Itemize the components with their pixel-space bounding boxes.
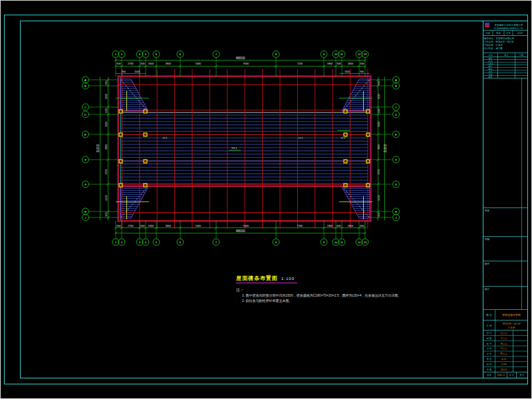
svg-text:建设单位：某某物流有限公司: 建设单位：某某物流有限公司 [483,37,515,40]
svg-text:7: 7 [215,241,217,244]
axis-bubble-top-11: 11 [338,51,345,58]
svg-text:13: 13 [364,53,367,56]
svg-text:9000: 9000 [243,225,249,227]
svg-text:C: C [84,106,86,109]
svg-text:第 张: 第 张 [520,374,525,376]
svg-text:8: 8 [275,53,277,56]
svg-text:F: F [395,158,397,162]
svg-text:李某某: 李某某 [501,337,508,340]
svg-text:7200: 7200 [297,63,303,65]
svg-text:陈某某: 陈某某 [501,352,508,355]
svg-text:5400: 5400 [196,63,201,65]
axis-bubble-right-A: A [393,76,400,83]
svg-text:3800: 3800 [105,144,108,150]
svg-text:3: 3 [139,241,141,244]
svg-text:LT-1: LT-1 [299,137,303,140]
title-block: 某某建筑工程设计有限公司XX ENGINEERING DESIGN CO.,LT… [483,21,528,378]
svg-text:比 例: 比 例 [487,363,492,366]
svg-text:子项名称：1#库房: 子项名称：1#库房 [484,44,503,47]
svg-text:4100: 4100 [378,196,380,201]
svg-text:LT-1: LT-1 [341,137,346,140]
svg-text:900: 900 [336,63,340,65]
svg-text:5: 5 [156,241,158,244]
svg-text:900: 900 [140,63,144,65]
svg-text:结 构: 结 构 [501,358,507,360]
axis-bubble-right-H: H [393,208,400,215]
axis-bubble-right-C: C [393,104,400,110]
dims-left: 90032001100300038003700410090021000 [89,77,119,221]
axis-bubble-top-1: 1 [112,51,119,58]
axis-bubble-left-B: B [82,82,89,89]
axis-bubbles-bottom: 12345678910111213 [112,239,368,245]
svg-text:9000: 9000 [243,63,249,65]
svg-text:3200: 3200 [105,94,108,99]
axis-bubble-top-3: 3 [136,51,143,58]
axis-bubble-right-D: D [393,111,400,118]
svg-text:10: 10 [334,241,338,244]
svg-text:审定: 审定 [485,209,490,212]
axis-bubble-top-8: 8 [273,51,279,58]
svg-text:9: 9 [323,241,325,244]
axis-bubble-bottom-13: 13 [362,239,368,245]
drawing-title: 屋面檩条布置图1:100 [236,275,297,283]
svg-text:6: 6 [180,53,182,56]
svg-text:900: 900 [336,225,340,227]
svg-text:屋面檩条布置图: 屋面檩条布置图 [502,313,521,317]
axis-bubble-top-13: 13 [362,51,368,58]
drawing-title-text: 屋面檩条布置图 [236,275,278,281]
brace-bay [342,79,370,111]
dims-top: 9002700900160036005400900072001800900260… [114,56,370,77]
svg-text:3700: 3700 [105,170,108,175]
svg-text:日 期: 日 期 [487,368,492,371]
svg-text:900: 900 [378,213,380,217]
svg-text:签名: 签名 [504,54,508,57]
svg-text:工程名称：物流库房一期工程: 工程名称：物流库房一期工程 [484,40,515,43]
axis-bubble-left-H: H [82,208,89,215]
svg-text:甲级: 甲级 [496,32,501,35]
svg-text:王某某: 王某某 [501,331,508,334]
svg-text:900: 900 [116,63,120,65]
svg-text:工种: 工种 [488,54,492,57]
svg-text:F: F [84,158,86,162]
svg-text:J: J [395,216,396,219]
svg-text:9: 9 [323,53,325,56]
svg-text:5: 5 [156,53,158,56]
svg-text:E: E [395,133,397,136]
dims-bottom: 9002700900160036005400900072001800900260… [114,221,366,239]
svg-text:结施-12: 结施-12 [497,374,505,376]
svg-text:B: B [84,84,86,88]
svg-text:21000: 21000 [384,144,387,152]
axis-bubble-right-J: J [393,214,400,221]
dims-right: 90032001100300038003700410090021000 [370,77,392,221]
svg-text:张某某: 张某某 [501,342,508,345]
svg-text:审 定: 审 定 [487,352,492,355]
svg-text:3000: 3000 [105,122,108,127]
svg-text:设计阶段：施工图: 设计阶段：施工图 [484,47,503,50]
axis-bubble-left-A: A [82,76,89,83]
svg-text:12: 12 [358,53,361,56]
svg-text:900: 900 [360,225,364,227]
svg-text:1600: 1600 [148,63,154,65]
axis-bubble-right-B: B [393,82,400,89]
axis-bubble-right-F: F [393,156,400,163]
svg-text:13: 13 [364,241,367,244]
svg-text:2: 2 [121,241,123,244]
drawing-scale: 1:100 [281,277,295,281]
svg-text:4100: 4100 [105,196,108,201]
svg-text:3000: 3000 [378,122,380,127]
svg-text:审核: 审核 [485,237,490,241]
svg-text:1800: 1800 [327,225,332,227]
svg-text:3600: 3600 [166,63,171,65]
axis-bubble-bottom-10: 10 [332,239,339,245]
svg-text:概算: 概算 [489,76,493,78]
brace-bay [120,79,148,111]
svg-text:900: 900 [140,225,144,227]
axis-bubble-left-E: E [82,131,89,138]
axis-bubble-left-G: G [82,181,89,188]
svg-text:0123: 0123 [517,32,523,35]
svg-text:900: 900 [360,70,364,73]
svg-text:3600: 3600 [166,225,171,227]
svg-text:1500: 1500 [134,70,140,73]
svg-text:D: D [395,113,397,116]
axis-bubble-top-12: 12 [356,51,362,58]
